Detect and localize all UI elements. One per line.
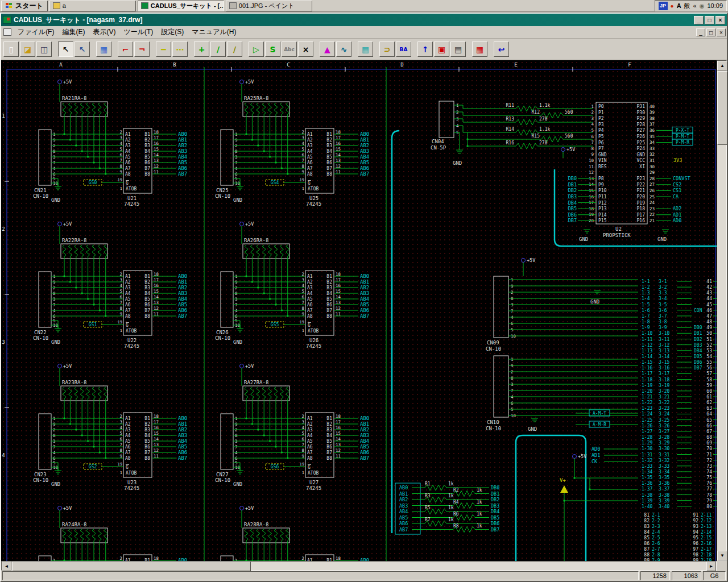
pin-number: 9 bbox=[591, 152, 594, 157]
transceiver-block[interactable]: +5VRA21RA-819283746510GNDCN21CN-102A1B11… bbox=[33, 79, 187, 207]
maximize-button[interactable]: □ bbox=[705, 16, 714, 24]
pin-map-label: 1-35 bbox=[642, 475, 652, 480]
taskbar-item-1[interactable]: a bbox=[49, 1, 136, 11]
table-button[interactable]: ▦ bbox=[472, 41, 487, 57]
dot-style-button[interactable]: ⋯ bbox=[172, 41, 188, 57]
start-button[interactable]: スタート bbox=[1, 1, 48, 11]
new-button[interactable]: ▯ bbox=[3, 41, 19, 57]
horizontal-scrollbar[interactable]: ◄ ► bbox=[1, 561, 717, 571]
ba-button[interactable]: BA bbox=[396, 41, 411, 57]
pin-number: 4 bbox=[301, 425, 304, 430]
pin-name: B5 bbox=[144, 155, 150, 160]
polygon-button[interactable]: ▲ bbox=[320, 41, 335, 57]
scroll-up-arrow[interactable]: ▲ bbox=[717, 61, 727, 70]
right-circuitry[interactable]: 12345CN04CN-5PGNDR111.1kR12560R13270R141… bbox=[395, 101, 717, 563]
add-wire-button[interactable]: + bbox=[194, 41, 209, 57]
menu-item-2[interactable]: 編集(E) bbox=[58, 26, 89, 38]
transceiver-block[interactable]: +5VRA25RA-819283746510GNDCN25CN-102A1B11… bbox=[215, 79, 369, 207]
select-button[interactable]: ↖ bbox=[58, 41, 73, 57]
schematic-svg[interactable]: ABCDEF1234+5VRA21RA-819283746510GNDCN21C… bbox=[1, 60, 717, 563]
ruler-row-label: 2 bbox=[2, 226, 5, 232]
menu-item-4[interactable]: ツール(T) bbox=[119, 26, 157, 38]
scroll-down-arrow[interactable]: ▼ bbox=[717, 551, 727, 560]
open-button[interactable]: ◪ bbox=[20, 41, 35, 57]
connector-part: CN-10 bbox=[215, 193, 230, 199]
net-label: DB4 bbox=[568, 200, 577, 206]
delete-button[interactable]: × bbox=[298, 41, 313, 57]
pin-name: A5 bbox=[307, 297, 313, 302]
gate-button[interactable]: ⊃ bbox=[379, 41, 395, 57]
net-label: AB7 bbox=[178, 455, 187, 461]
resistor-zigzag bbox=[250, 387, 254, 398]
ime-language-icon[interactable]: JP bbox=[659, 2, 668, 10]
vertical-scroll-thumb[interactable] bbox=[717, 71, 727, 145]
transceiver-block[interactable]: +5VRA22RA-819283746510GNDCN22CN-102A1B11… bbox=[33, 221, 187, 349]
close-button[interactable]: × bbox=[715, 16, 725, 24]
line-diagonal-2-button[interactable]: ∕ bbox=[227, 41, 242, 57]
ime-pen-icon[interactable]: ● bbox=[671, 3, 674, 9]
net-label: DB7 bbox=[694, 365, 702, 371]
mdi-minimize-button[interactable]: _ bbox=[696, 28, 705, 36]
resistor-zigzag bbox=[68, 529, 72, 541]
pin-number: 8 bbox=[301, 448, 304, 453]
pin-map-number: 49 bbox=[706, 325, 712, 330]
title-bar[interactable]: CADLUS_サーキット - [nagasm_37.drw] _□× bbox=[1, 14, 727, 26]
ime-conversion-mode[interactable]: 般 bbox=[684, 2, 690, 10]
ime-input-mode[interactable]: A bbox=[677, 2, 681, 9]
schematic-canvas[interactable]: ABCDEF1234+5VRA21RA-819283746510GNDCN21C… bbox=[1, 60, 717, 563]
text-s-button[interactable]: S bbox=[265, 41, 280, 57]
line-diagonal-button[interactable]: ∕ bbox=[210, 41, 226, 57]
select-area-button[interactable]: ↖ bbox=[75, 41, 90, 57]
taskbar-item-3[interactable]: 001.JPG - ペイント bbox=[226, 1, 312, 11]
dash-style-button[interactable]: ━ bbox=[156, 41, 171, 57]
line-corner-2-button[interactable]: ¬ bbox=[134, 41, 150, 57]
chevron-icon[interactable]: « bbox=[693, 2, 697, 9]
scroll-right-arrow[interactable]: ► bbox=[706, 562, 716, 571]
tray-app-icon[interactable]: ◉ bbox=[700, 3, 705, 9]
pin-number: 7 bbox=[119, 300, 122, 305]
grid-dots-button[interactable]: ▦ bbox=[96, 41, 111, 57]
image-button[interactable]: ▣ bbox=[434, 41, 449, 57]
undo-button[interactable]: ↩ bbox=[494, 41, 509, 57]
print-button[interactable]: ▤ bbox=[450, 41, 466, 57]
mdi-close-button[interactable]: × bbox=[717, 28, 726, 36]
resistor-ref: R13 bbox=[506, 117, 515, 122]
transceiver-block[interactable]: +5VRA27RA-819283746510GNDCN27CN-102A1B11… bbox=[215, 363, 369, 491]
net-label: CON bbox=[694, 308, 702, 313]
minimize-button[interactable]: _ bbox=[694, 16, 704, 24]
net-label: A-M-R bbox=[593, 422, 606, 427]
transceiver-block[interactable]: +5VRA26RA-819283746510GNDCN26CN-102A1B11… bbox=[215, 221, 369, 349]
connector-outline bbox=[221, 130, 233, 185]
pin-number: 2 bbox=[119, 414, 122, 419]
resistor-zigzag bbox=[80, 529, 84, 541]
colors-button[interactable]: ▦ bbox=[358, 41, 373, 57]
line-corner-button[interactable]: ⌐ bbox=[118, 41, 133, 57]
transceiver-block[interactable]: +5VRA28RA-819283746510GND2A1B118AB03A2B2… bbox=[221, 505, 369, 563]
net-label: DB1 bbox=[568, 182, 577, 188]
resistor-value: 560 bbox=[565, 110, 573, 115]
resistor-zigzag bbox=[250, 103, 254, 114]
run-button[interactable]: ▷ bbox=[249, 41, 264, 57]
transceiver-block[interactable]: +5VRA23RA-819283746510GNDCN23CN-102A1B11… bbox=[33, 363, 187, 491]
menu-item-6[interactable]: マニュアル(H) bbox=[188, 26, 240, 38]
horizontal-scroll-thumb[interactable] bbox=[12, 562, 251, 571]
taskbar-item-2[interactable]: CADLUS_サーキット - [... bbox=[138, 1, 224, 11]
vertical-scrollbar[interactable]: ▲ ▼ bbox=[717, 60, 727, 561]
text-abc-button[interactable]: Abc bbox=[282, 41, 297, 57]
scroll-left-arrow[interactable]: ◄ bbox=[2, 562, 11, 571]
menu-item-1[interactable]: ファイル(F) bbox=[14, 26, 58, 38]
resistor-ref: R6 bbox=[453, 512, 459, 517]
pin-number: 5 bbox=[301, 147, 304, 152]
menu-item-3[interactable]: 表示(V) bbox=[89, 26, 119, 38]
transceiver-block[interactable]: +5VRA24RA-819283746510GND2A1B118AB03A2B2… bbox=[39, 505, 187, 563]
pin-map-label: 3-22 bbox=[659, 400, 669, 405]
resistor-button[interactable]: ∿ bbox=[336, 41, 351, 57]
save-button[interactable]: ◫ bbox=[36, 41, 52, 57]
pin-number: 4 bbox=[301, 283, 304, 288]
gnd-label: GND bbox=[51, 481, 60, 487]
layer-up-button[interactable]: ↑ bbox=[417, 41, 433, 57]
pin-map-label: 2-6 bbox=[652, 541, 660, 546]
mdi-restore-button[interactable]: □ bbox=[706, 28, 715, 36]
connector-ref: CN09 bbox=[487, 340, 499, 346]
menu-item-5[interactable]: 設定(S) bbox=[157, 26, 188, 38]
